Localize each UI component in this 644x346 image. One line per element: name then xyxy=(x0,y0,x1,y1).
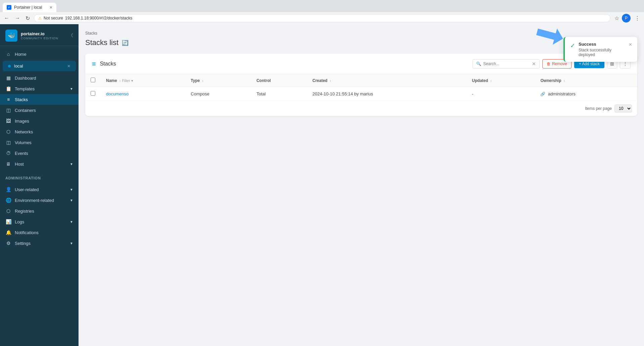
search-clear-button[interactable]: ✕ xyxy=(532,61,536,67)
stacks-table: Name ↕ Filter ▾ Type ↕ Control xyxy=(85,74,637,101)
select-all-checkbox[interactable] xyxy=(91,78,95,82)
sidebar-env-item[interactable]: local ✕ xyxy=(3,61,76,71)
notification-content: Success Stack successfully deployed xyxy=(579,42,626,57)
created-sort-icon[interactable]: ↕ xyxy=(330,79,331,83)
host-icon: 🖥 xyxy=(5,161,11,167)
search-icon: 🔍 xyxy=(476,61,481,66)
env-close-button[interactable]: ✕ xyxy=(67,64,70,69)
sidebar-item-containers[interactable]: ◫ Containers xyxy=(0,105,79,116)
sidebar-item-stacks[interactable]: ≡ Stacks xyxy=(0,94,79,105)
tab-close-button[interactable]: × xyxy=(50,5,52,10)
templates-label: Templates xyxy=(15,86,35,91)
images-icon: 🖼 xyxy=(5,118,11,124)
updated-sort-icon[interactable]: ↕ xyxy=(490,79,492,83)
col-header-control: Control xyxy=(251,74,307,87)
notification-close-button[interactable]: × xyxy=(629,42,632,48)
stacks-card: ≡ Stacks 🔍 ✕ 🗑 Remove + Add stack xyxy=(85,54,637,116)
col-header-created: Created ↕ xyxy=(307,74,466,87)
env-related-icon: 🌐 xyxy=(5,198,11,203)
env-related-chevron: ▼ xyxy=(70,199,73,202)
col-header-updated: Updated ↕ xyxy=(466,74,535,87)
back-button[interactable]: ← xyxy=(3,14,11,23)
settings-icon: ⚙ xyxy=(5,241,11,246)
containers-icon: ◫ xyxy=(5,107,11,113)
sidebar-item-host[interactable]: 🖥 Host ▼ xyxy=(0,159,79,169)
user-related-label: User-related xyxy=(15,187,39,192)
main-content: Stacks Stacks list 🔄 ≡ Stacks 🔍 ✕ 🗑 Remo… xyxy=(79,24,644,346)
sidebar-item-templates[interactable]: 📋 Templates ▼ xyxy=(0,83,79,94)
row-type-cell: Compose xyxy=(185,87,251,101)
notification-title: Success xyxy=(579,42,626,47)
user-related-chevron: ▼ xyxy=(70,188,73,191)
dashboard-icon: ▦ xyxy=(5,75,11,81)
templates-icon: 📋 xyxy=(5,86,11,91)
volumes-label: Volumes xyxy=(15,140,32,145)
logo-text: portainer.io xyxy=(21,31,58,37)
svg-marker-0 xyxy=(535,24,565,47)
forward-button[interactable]: → xyxy=(13,14,21,23)
refresh-button[interactable]: 🔄 xyxy=(122,40,129,46)
search-box[interactable]: 🔍 ✕ xyxy=(473,59,540,69)
row-control-cell: Total xyxy=(251,87,307,101)
portainer-logo-icon: 🐳 xyxy=(5,30,17,42)
card-header: ≡ Stacks 🔍 ✕ 🗑 Remove + Add stack xyxy=(85,54,637,74)
row-created-cell: 2024-10-10 21:55:14 by marius xyxy=(307,87,466,101)
host-label: Host xyxy=(15,162,24,167)
sidebar-item-registries[interactable]: ⬡ Registries xyxy=(0,206,79,216)
remove-icon: 🗑 xyxy=(547,61,551,66)
tab-title: Portainer | local xyxy=(14,5,42,10)
sidebar-item-networks[interactable]: ⬡ Networks xyxy=(0,126,79,137)
sidebar-logo: 🐳 portainer.io COMMUNITY EDITION 《 xyxy=(0,24,79,46)
networks-label: Networks xyxy=(15,129,33,134)
home-icon: ⌂ xyxy=(5,51,11,57)
type-sort-icon[interactable]: ↕ xyxy=(202,79,204,83)
env-status-dot xyxy=(8,65,11,68)
logs-chevron: ▼ xyxy=(70,220,73,224)
sidebar-item-images[interactable]: 🖼 Images xyxy=(0,116,79,126)
notifications-icon: 🔔 xyxy=(5,230,11,235)
stacks-label: Stacks xyxy=(15,97,28,102)
sidebar-item-logs[interactable]: 📊 Logs ▼ xyxy=(0,216,79,227)
user-related-icon: 👤 xyxy=(5,187,11,192)
logs-icon: 📊 xyxy=(5,219,11,224)
menu-button[interactable]: ⋮ xyxy=(633,14,641,23)
sidebar-collapse-button[interactable]: 《 xyxy=(68,33,73,39)
ownership-sort-icon[interactable]: ↕ xyxy=(563,79,565,83)
browser-profile[interactable]: P xyxy=(622,14,631,23)
stacks-icon: ≡ xyxy=(5,97,11,102)
sidebar-item-user-related[interactable]: 👤 User-related ▼ xyxy=(0,184,79,195)
env-related-label: Environment-related xyxy=(15,198,54,203)
items-per-page-select[interactable]: 10 25 50 xyxy=(614,104,632,113)
sidebar-item-volumes[interactable]: ◫ Volumes xyxy=(0,137,79,148)
bookmark-icon[interactable]: ☆ xyxy=(614,15,619,21)
app-container: 🐳 portainer.io COMMUNITY EDITION 《 ⌂ Hom… xyxy=(0,24,644,346)
containers-label: Containers xyxy=(15,108,36,113)
search-input[interactable] xyxy=(483,61,530,66)
networks-icon: ⬡ xyxy=(5,129,11,134)
sidebar-item-dashboard[interactable]: ▦ Dashboard xyxy=(0,73,79,83)
stack-name-link[interactable]: documenso xyxy=(106,91,129,96)
sidebar-item-notifications[interactable]: 🔔 Notifications xyxy=(0,227,79,238)
row-updated-cell: - xyxy=(466,87,535,101)
url-display: 192.168.1.18:9000/#!/2/docker/stacks xyxy=(65,16,132,20)
address-bar[interactable]: ⚠ Not secure 192.168.1.18:9000/#!/2/dock… xyxy=(34,14,610,22)
sidebar-item-settings[interactable]: ⚙ Settings ▼ xyxy=(0,238,79,249)
events-icon: ⏱ xyxy=(5,150,11,156)
row-checkbox[interactable] xyxy=(91,91,95,96)
sidebar-item-env-related[interactable]: 🌐 Environment-related ▼ xyxy=(0,195,79,206)
reload-button[interactable]: ↻ xyxy=(24,14,31,23)
env-name: local xyxy=(14,63,23,69)
sidebar-item-home[interactable]: ⌂ Home xyxy=(0,49,79,59)
col-header-ownership: Ownership ↕ xyxy=(535,74,637,87)
name-sort-icon[interactable]: ↕ xyxy=(119,79,121,83)
table-footer: Items per page 10 25 50 xyxy=(85,101,637,116)
logs-label: Logs xyxy=(15,219,24,224)
stacks-card-icon: ≡ xyxy=(92,60,96,68)
browser-tab[interactable]: P Portainer | local × xyxy=(3,3,56,12)
sidebar-item-events[interactable]: ⏱ Events xyxy=(0,148,79,159)
row-checkbox-cell xyxy=(85,87,101,101)
notification-message: Stack successfully deployed xyxy=(579,48,626,57)
filter-button[interactable]: Filter ▾ xyxy=(122,79,133,83)
admin-section-label: Administration xyxy=(0,172,79,181)
registries-icon: ⬡ xyxy=(5,208,11,214)
